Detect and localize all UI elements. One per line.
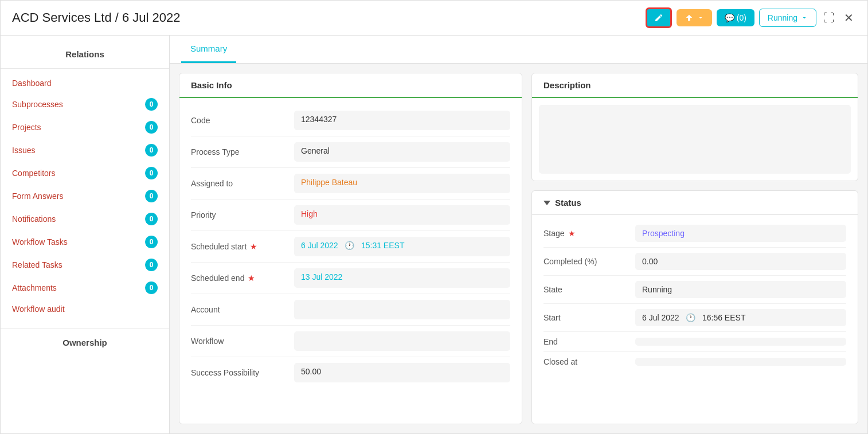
page-title: ACD Services Ltd / 6 Jul 2022 [12, 10, 180, 25]
triangle-icon [544, 201, 550, 205]
sidebar-item-notifications[interactable]: Notifications 0 [1, 208, 169, 230]
description-header: Description [532, 73, 858, 98]
label-process-type: Process Type [191, 147, 294, 157]
comment-button[interactable]: 💬 (0) [717, 9, 754, 26]
label-scheduled-start: Scheduled start★ [191, 242, 294, 251]
value-process-type: General [294, 142, 510, 162]
field-process-type: Process Type General [191, 136, 510, 168]
sidebar-item-dashboard[interactable]: Dashboard [1, 73, 169, 93]
body: Relations Dashboard Subprocesses 0 Proje… [1, 36, 867, 433]
value-assigned-to: Philippe Bateau [294, 174, 510, 193]
sidebar-item-attachments[interactable]: Attachments 0 [1, 276, 169, 299]
label-start: Start [544, 313, 635, 322]
field-assigned-to: Assigned to Philippe Bateau [191, 168, 510, 200]
status-card: Status Stage★ Prospecting Completed (%) … [531, 190, 858, 424]
running-button[interactable]: Running [759, 9, 816, 27]
sidebar-item-workflow-audit[interactable]: Workflow audit [1, 299, 169, 319]
field-scheduled-start: Scheduled start★ 6 Jul 2022 🕐 15:31 EEST [191, 231, 510, 263]
basic-info-header: Basic Info [179, 73, 522, 98]
value-scheduled-end: 13 Jul 2022 [294, 268, 510, 288]
sidebar-item-subprocesses[interactable]: Subprocesses 0 [1, 93, 169, 116]
label-workflow: Workflow [191, 337, 294, 346]
field-priority: Priority High [191, 200, 510, 231]
right-column: Description Status Stage★ Prospecting [531, 73, 858, 424]
label-stage: Stage★ [544, 229, 635, 238]
sidebar-item-projects[interactable]: Projects 0 [1, 116, 169, 139]
value-workflow [294, 331, 510, 351]
basic-info-card: Basic Info Code 12344327 Process Type Ge… [179, 73, 522, 424]
value-code: 12344327 [294, 111, 510, 130]
value-stage: Prospecting [635, 225, 846, 242]
field-workflow: Workflow [191, 326, 510, 357]
value-account [294, 300, 510, 319]
label-closed-at: Closed at [544, 357, 635, 366]
field-success-possibility: Success Possibility 50.00 [191, 357, 510, 388]
field-code: Code 12344327 [191, 105, 510, 136]
status-body: Stage★ Prospecting Completed (%) 0.00 St… [532, 215, 858, 376]
header: ACD Services Ltd / 6 Jul 2022 💬 (0) Runn… [1, 1, 867, 36]
sidebar-item-form-answers[interactable]: Form Answers 0 [1, 185, 169, 208]
tab-summary[interactable]: Summary [181, 36, 236, 63]
status-field-state: State Running [544, 276, 846, 304]
description-card: Description [531, 73, 858, 181]
label-completed: Completed (%) [544, 257, 635, 266]
sidebar-item-related-tasks[interactable]: Related Tasks 0 [1, 253, 169, 276]
sidebar-item-competitors[interactable]: Competitors 0 [1, 162, 169, 185]
content-area: Basic Info Code 12344327 Process Type Ge… [170, 64, 867, 433]
status-header: Status [532, 191, 858, 215]
status-field-completed: Completed (%) 0.00 [544, 248, 846, 276]
label-assigned-to: Assigned to [191, 179, 294, 188]
header-actions: 💬 (0) Running ⛶ ✕ [646, 7, 856, 28]
label-scheduled-end: Scheduled end★ [191, 273, 294, 283]
status-field-closed-at: Closed at [544, 352, 846, 372]
value-success-possibility: 50.00 [294, 363, 510, 382]
status-field-end: End [544, 332, 846, 352]
label-state: State [544, 285, 635, 294]
value-end [635, 338, 846, 346]
tabs: Summary [170, 36, 867, 64]
field-scheduled-end: Scheduled end★ 13 Jul 2022 [191, 263, 510, 294]
sidebar: Relations Dashboard Subprocesses 0 Proje… [1, 36, 170, 433]
relations-title: Relations [1, 45, 169, 64]
sidebar-item-workflow-tasks[interactable]: Workflow Tasks 0 [1, 230, 169, 253]
label-success-possibility: Success Possibility [191, 368, 294, 377]
action-button[interactable] [677, 9, 712, 26]
sidebar-item-issues[interactable]: Issues 0 [1, 139, 169, 162]
main-content: Summary Basic Info Code 12344327 Process… [170, 36, 867, 433]
value-start: 6 Jul 2022 🕐 16:56 EEST [635, 309, 846, 326]
label-end: End [544, 337, 635, 346]
status-field-stage: Stage★ Prospecting [544, 220, 846, 248]
value-state: Running [635, 281, 846, 298]
value-scheduled-start: 6 Jul 2022 🕐 15:31 EEST [294, 237, 510, 256]
label-account: Account [191, 305, 294, 314]
field-account: Account [191, 294, 510, 326]
edit-button[interactable] [646, 7, 672, 28]
close-button[interactable]: ✕ [842, 9, 856, 27]
description-body [539, 105, 851, 174]
main-window: ACD Services Ltd / 6 Jul 2022 💬 (0) Runn… [0, 0, 868, 434]
basic-info-body: Code 12344327 Process Type General Assig… [179, 98, 522, 395]
label-code: Code [191, 116, 294, 125]
value-priority: High [294, 205, 510, 225]
fullscreen-button[interactable]: ⛶ [821, 9, 837, 27]
label-priority: Priority [191, 210, 294, 220]
status-field-start: Start 6 Jul 2022 🕐 16:56 EEST [544, 304, 846, 332]
ownership-title: Ownership [1, 333, 169, 352]
value-completed: 0.00 [635, 253, 846, 270]
value-closed-at [635, 358, 846, 366]
